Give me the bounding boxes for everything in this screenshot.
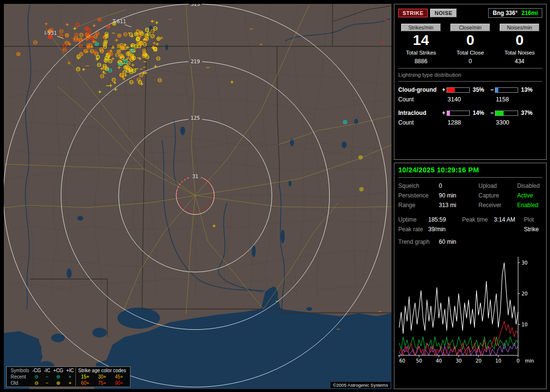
svg-text:40: 40 xyxy=(436,358,442,364)
peak-time-value: 3:14 AM xyxy=(494,216,524,223)
age-60: 60+ xyxy=(77,380,94,386)
receiver-label: Receiver xyxy=(478,202,517,209)
legend-age-title: Strike age color codes xyxy=(77,367,128,374)
range-label: Range xyxy=(398,202,439,209)
receiver-value: Enabled xyxy=(517,202,542,209)
upload-label: Upload xyxy=(478,182,517,189)
ic-positive-count: 1288 xyxy=(441,119,489,126)
ic-negative-pct: 37% xyxy=(519,110,536,116)
ring-label-219: 219 xyxy=(190,59,200,64)
age-30: 30+ xyxy=(94,374,111,380)
cloud-ground-counts: Count 3140 1158 xyxy=(398,95,542,104)
distribution-title: Lightning type distribution xyxy=(398,72,542,78)
strike-stats-panel: STRIKE NOISE Bng 336° 216mi Strikes/min … xyxy=(394,4,547,160)
strikes-column: Strikes/min 14 Total Strikes 8886 xyxy=(398,24,444,65)
trend-series xyxy=(399,263,518,355)
close-per-min-button[interactable]: Close/min xyxy=(450,24,490,31)
legend-header-ic-neg: -IC xyxy=(43,367,52,374)
status-panel: 10/24/2025 10:29:16 PM Squelch 0 Upload … xyxy=(394,163,547,389)
total-noises-value: 434 xyxy=(497,58,542,65)
peak-time-label: Peak time xyxy=(462,216,494,223)
recent-minus-icon: − xyxy=(43,374,52,380)
tracker-label: I-931 xyxy=(44,30,57,36)
old-plus-icon: + xyxy=(65,380,75,386)
total-noises-label: Total Noises xyxy=(497,50,542,56)
recent-circle-minus-icon: ⊖ xyxy=(30,374,42,380)
map-legend: Symbols -CG -IC +CG +IC Strike age color… xyxy=(6,366,130,387)
trend-graph-label: Trend graph xyxy=(398,238,439,245)
total-strikes-value: 8886 xyxy=(398,58,444,65)
copyright: ©2005 Astrogenic Systems xyxy=(331,382,391,388)
trend-graph: 1020306050403020100min xyxy=(398,247,543,369)
squelch-value: 0 xyxy=(439,182,478,189)
minus-sign: − xyxy=(489,86,495,93)
capture-value: Active xyxy=(517,192,542,199)
cloud-ground-row: Cloud-ground + 35% − 13% xyxy=(398,85,542,95)
cg-positive-pct: 35% xyxy=(471,86,489,93)
close-per-min-value: 0 xyxy=(448,31,493,49)
legend-old-label: Old xyxy=(9,380,30,386)
ic-negative-count: 3300 xyxy=(489,119,536,126)
legend-header-cg-pos: +CG xyxy=(52,367,65,374)
total-strikes-label: Total Strikes xyxy=(398,50,444,56)
bearing-value: Bng 336° xyxy=(492,10,517,16)
cg-positive-gauge xyxy=(447,87,470,93)
ring-label-313: 313 xyxy=(190,4,200,7)
count-label: Count xyxy=(398,119,441,126)
app-window: 313 219 125 31 I-931 T-611 Symbols -CG xyxy=(0,0,550,392)
svg-text:20: 20 xyxy=(476,358,482,364)
age-15: 15+ xyxy=(77,374,94,380)
svg-text:0: 0 xyxy=(517,358,520,364)
close-column: Close/min 0 Total Close 0 xyxy=(448,24,493,65)
ic-positive-pct: 14% xyxy=(471,110,489,116)
map-svg[interactable]: 313 219 125 31 I-931 T-611 xyxy=(4,4,391,389)
age-45: 45+ xyxy=(111,374,128,380)
recent-circle-plus-icon: ⊕ xyxy=(52,374,65,380)
peak-rate-label: Peak rate xyxy=(398,226,428,233)
intracloud-counts: Count 1288 3300 xyxy=(398,118,542,127)
cg-negative-count: 1158 xyxy=(489,96,536,103)
peak-rate-value: 39/min xyxy=(428,226,462,233)
strikes-per-min-button[interactable]: Strikes/min xyxy=(401,24,441,31)
strike-button[interactable]: STRIKE xyxy=(398,9,428,17)
capture-label: Capture xyxy=(478,192,517,199)
plus-sign: + xyxy=(441,110,447,116)
intracloud-row: Intracloud + 14% − 37% xyxy=(398,108,542,118)
bearing-display: Bng 336° 216mi xyxy=(488,8,542,18)
age-90: 90+ xyxy=(111,380,128,386)
total-close-value: 0 xyxy=(448,58,493,65)
svg-text:60: 60 xyxy=(399,358,405,364)
cg-negative-pct: 13% xyxy=(519,86,536,93)
count-label: Count xyxy=(398,96,441,103)
range-value: 313 mi xyxy=(439,202,478,209)
cg-positive-count: 3140 xyxy=(441,96,489,103)
svg-text:min: min xyxy=(525,358,534,364)
persistence-value: 90 min xyxy=(439,192,478,199)
svg-text:10: 10 xyxy=(495,358,502,364)
recent-plus-icon: + xyxy=(65,374,75,380)
ring-label-125: 125 xyxy=(190,115,200,121)
legend-recent-label: Recent xyxy=(9,374,30,380)
uptime-label: Uptime xyxy=(398,216,428,223)
svg-text:10: 10 xyxy=(521,322,528,327)
noise-button[interactable]: NOISE xyxy=(430,9,457,17)
persistence-label: Persistence xyxy=(398,192,439,199)
old-circle-minus-icon: ⊖ xyxy=(30,380,42,386)
total-close-label: Total Close xyxy=(448,50,493,56)
noises-per-min-button[interactable]: Noises/min xyxy=(500,24,539,31)
plot-value: Strike xyxy=(524,226,542,233)
minus-sign: − xyxy=(489,110,495,116)
legend-header-cg-neg: -CG xyxy=(30,367,42,374)
noises-per-min-value: 0 xyxy=(497,31,542,49)
legend-header-ic-pos: +IC xyxy=(65,367,75,374)
radar-map[interactable]: 313 219 125 31 I-931 T-611 Symbols -CG xyxy=(4,4,391,389)
svg-text:30: 30 xyxy=(456,358,462,364)
squelch-label: Squelch xyxy=(398,182,439,189)
ic-positive-gauge xyxy=(447,111,470,116)
svg-text:20: 20 xyxy=(521,291,528,296)
trend-graph-value: 60 min xyxy=(439,238,542,245)
plus-sign: + xyxy=(441,86,447,93)
uptime-value: 185:59 xyxy=(428,216,462,223)
upload-value: Disabled xyxy=(517,182,542,189)
strikes-per-min-value: 14 xyxy=(398,31,444,49)
